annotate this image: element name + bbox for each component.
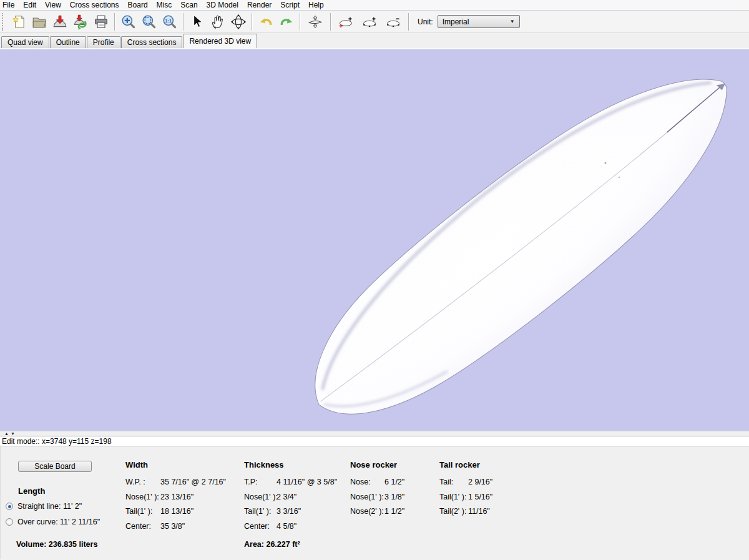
menu-misc[interactable]: Misc bbox=[152, 0, 177, 11]
rotate-3d-tool-button[interactable] bbox=[228, 12, 248, 32]
menu-scan[interactable]: Scan bbox=[176, 0, 202, 11]
zoom-extents-button[interactable] bbox=[139, 12, 159, 32]
menu-bar: File Edit View Cross sections Board Misc… bbox=[0, 0, 749, 11]
straight-line-label: Straight line: 11' 2" bbox=[17, 502, 82, 511]
splitter-handle[interactable]: ▲ ▼ bbox=[0, 431, 749, 436]
menu-board[interactable]: Board bbox=[124, 0, 152, 11]
thickness-center-row: Center:4 5/8" bbox=[244, 522, 337, 531]
toolbar-separator bbox=[114, 13, 115, 31]
export-arrow-icon bbox=[52, 14, 68, 30]
surface-speck bbox=[619, 177, 620, 179]
width-tail-row: Tail(1' ):18 13/16" bbox=[125, 507, 226, 516]
toolbar-grip[interactable] bbox=[2, 13, 5, 31]
select-tool-button[interactable] bbox=[187, 12, 207, 32]
flip-cross-section-button[interactable] bbox=[303, 12, 327, 32]
nose-rocker-row: Nose(2' ):1 1/2" bbox=[350, 507, 404, 516]
menu-help[interactable]: Help bbox=[304, 0, 328, 11]
tail-rocker-row: Tail(2' ):11/16" bbox=[439, 507, 492, 516]
scale-board-button[interactable]: Scale Board bbox=[18, 461, 92, 472]
area-readout: Area: 26.227 ft² bbox=[244, 540, 300, 549]
toolbar-separator bbox=[183, 13, 184, 31]
tab-bar: Quad view Outline Profile Cross sections… bbox=[0, 33, 749, 48]
tab-outline[interactable]: Outline bbox=[50, 36, 86, 48]
viewport-3d[interactable] bbox=[0, 48, 749, 431]
unit-label: Unit: bbox=[418, 17, 433, 26]
add-control-point-button[interactable] bbox=[358, 12, 381, 32]
add-cross-section-icon bbox=[338, 14, 354, 30]
orbit-icon bbox=[230, 14, 247, 30]
over-curve-label: Over curve: 11' 2 11/16" bbox=[17, 518, 100, 526]
menu-edit[interactable]: Edit bbox=[19, 0, 41, 11]
menu-file[interactable]: File bbox=[0, 0, 19, 11]
nose-rocker-column: Nose rocker Nose:6 1/2" Nose(1' ):3 1/8"… bbox=[350, 460, 404, 522]
toolbar: 1:1 bbox=[0, 11, 749, 33]
nose-rocker-heading: Nose rocker bbox=[350, 460, 404, 469]
thickness-tail-row: Tail(1' ):3 3/16" bbox=[244, 507, 337, 516]
print-button[interactable] bbox=[91, 12, 111, 32]
undo-arrow-icon bbox=[258, 14, 274, 30]
tab-profile[interactable]: Profile bbox=[87, 36, 120, 48]
splitter-up-icon[interactable]: ▲ bbox=[4, 432, 9, 436]
splitter-down-icon[interactable]: ▼ bbox=[11, 432, 15, 436]
export-refresh-icon bbox=[72, 14, 89, 30]
width-wp-row: W.P. :35 7/16" @ 2 7/16" bbox=[125, 478, 226, 487]
new-document-icon bbox=[11, 14, 27, 30]
surface-speck bbox=[605, 162, 607, 164]
zoom-in-button[interactable] bbox=[118, 12, 139, 32]
surfboard-outline bbox=[277, 49, 749, 431]
tab-quad-view[interactable]: Quad view bbox=[1, 36, 49, 48]
width-center-row: Center:35 3/8" bbox=[125, 522, 226, 531]
toolbar-separator bbox=[330, 13, 331, 31]
status-bar: Edit mode:: x=3748 y=115 z=198 bbox=[0, 436, 749, 446]
printer-icon bbox=[93, 14, 109, 30]
cursor-arrow-icon bbox=[189, 14, 205, 30]
menu-cross-sections[interactable]: Cross sections bbox=[66, 0, 124, 11]
add-cross-section-button[interactable] bbox=[334, 12, 358, 32]
tail-rocker-heading: Tail rocker bbox=[439, 460, 492, 469]
chevron-down-icon: ▼ bbox=[510, 19, 515, 24]
tab-rendered-3d-view[interactable]: Rendered 3D view bbox=[183, 34, 257, 48]
toolbar-separator bbox=[300, 13, 300, 31]
undo-button[interactable] bbox=[255, 12, 276, 32]
width-column: Width W.P. :35 7/16" @ 2 7/16" Nose(1' )… bbox=[125, 460, 226, 536]
redo-arrow-icon bbox=[278, 14, 295, 30]
export-button[interactable] bbox=[49, 12, 70, 32]
new-board-button[interactable] bbox=[8, 12, 29, 32]
zoom-in-icon bbox=[120, 14, 137, 30]
delete-control-point-button[interactable] bbox=[381, 12, 405, 32]
nose-rocker-row: Nose(1' ):3 1/8" bbox=[350, 493, 404, 502]
tail-rocker-row: Tail(1' ):1 5/16" bbox=[439, 493, 492, 502]
menu-render[interactable]: Render bbox=[243, 0, 276, 11]
status-text: Edit mode:: x=3748 y=115 z=198 bbox=[2, 437, 112, 446]
volume-readout: Volume: 236.835 liters bbox=[16, 540, 97, 549]
menu-script[interactable]: Script bbox=[276, 0, 304, 11]
zoom-one-to-one-icon: 1:1 bbox=[162, 14, 178, 30]
pan-tool-button[interactable] bbox=[207, 12, 228, 32]
tail-rocker-row: Tail:2 9/16" bbox=[439, 478, 492, 487]
hand-icon bbox=[210, 14, 226, 30]
tail-rocker-column: Tail rocker Tail:2 9/16" Tail(1' ):1 5/1… bbox=[439, 460, 492, 522]
open-button[interactable] bbox=[29, 12, 49, 32]
radio-selected-icon[interactable] bbox=[6, 503, 13, 510]
radio-unselected-icon[interactable] bbox=[6, 518, 13, 526]
thickness-heading: Thickness bbox=[244, 460, 337, 469]
surfboard-3d-render bbox=[0, 49, 749, 431]
open-folder-icon bbox=[31, 14, 47, 30]
width-nose-row: Nose(1' ):23 13/16" bbox=[125, 493, 226, 502]
thickness-nose-row: Nose(1' ):2 3/4" bbox=[244, 493, 337, 502]
menu-view[interactable]: View bbox=[41, 0, 66, 11]
redo-button[interactable] bbox=[276, 12, 296, 32]
over-curve-radio[interactable]: Over curve: 11' 2 11/16" bbox=[6, 518, 100, 526]
unit-select[interactable]: Imperial ▼ bbox=[438, 15, 520, 28]
zoom-extents-icon bbox=[141, 14, 157, 30]
zoom-actual-size-button[interactable]: 1:1 bbox=[159, 12, 180, 32]
straight-line-radio[interactable]: Straight line: 11' 2" bbox=[6, 502, 82, 511]
tab-cross-sections[interactable]: Cross sections bbox=[121, 36, 183, 48]
thickness-tp-row: T.P:4 11/16" @ 3 5/8" bbox=[244, 478, 337, 487]
toolbar-separator bbox=[408, 13, 409, 31]
export-refresh-button[interactable] bbox=[70, 12, 91, 32]
measurements-panel: Scale Board Length Straight line: 11' 2"… bbox=[0, 446, 749, 559]
svg-text:1:1: 1:1 bbox=[165, 17, 172, 23]
length-heading: Length bbox=[18, 486, 45, 496]
menu-3d-model[interactable]: 3D Model bbox=[202, 0, 243, 11]
